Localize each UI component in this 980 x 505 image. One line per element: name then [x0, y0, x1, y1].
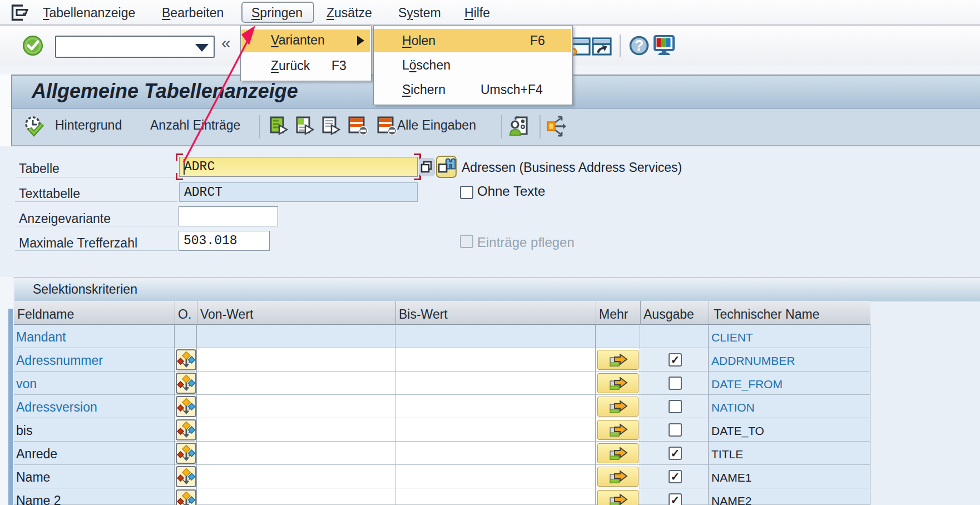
- svg-text:?: ?: [635, 37, 644, 54]
